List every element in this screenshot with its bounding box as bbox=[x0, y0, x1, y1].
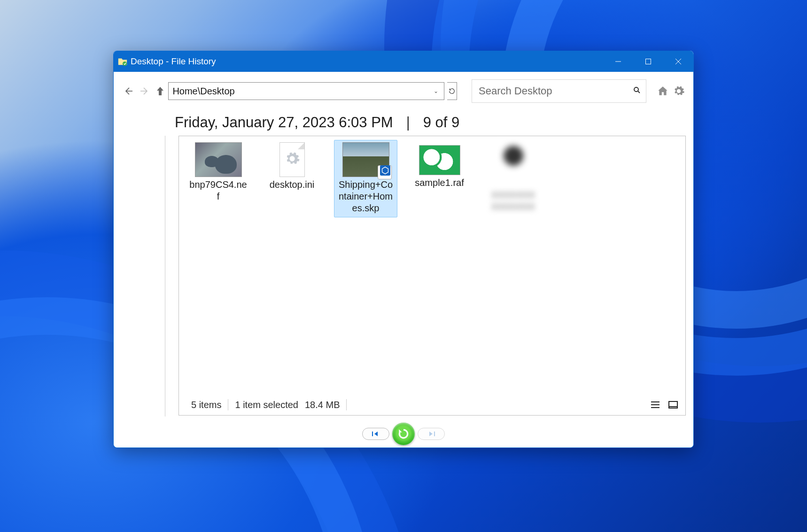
file-label: bnp79CS4.nef bbox=[189, 179, 248, 202]
refresh-button[interactable] bbox=[447, 82, 457, 100]
svg-rect-2 bbox=[646, 59, 651, 64]
titlebar: Desktop - File History bbox=[114, 51, 693, 72]
toolbar: Home\Desktop ⌄ Search Desktop bbox=[114, 76, 693, 107]
image-thumbnail-icon bbox=[195, 142, 242, 177]
file-pane: bnp79CS4.nef desktop.ini Shipping+Contai… bbox=[178, 136, 686, 416]
up-button[interactable] bbox=[156, 86, 164, 96]
skp-thumbnail-icon bbox=[342, 142, 389, 177]
address-bar[interactable]: Home\Desktop ⌄ bbox=[168, 82, 444, 100]
svg-line-8 bbox=[638, 91, 640, 93]
item-count: 5 items bbox=[185, 400, 228, 410]
file-item[interactable]: sample1.raf bbox=[408, 140, 471, 192]
back-button[interactable] bbox=[121, 83, 135, 99]
svg-rect-15 bbox=[372, 432, 373, 436]
file-label: desktop.ini bbox=[270, 179, 315, 191]
svg-rect-16 bbox=[434, 432, 435, 436]
file-label: XXXXXXX XXXXXXX bbox=[484, 189, 543, 213]
icons-view-button[interactable] bbox=[667, 399, 680, 410]
snapshot-position: 9 of 9 bbox=[423, 114, 460, 131]
restore-button[interactable] bbox=[392, 423, 415, 445]
ini-file-icon bbox=[279, 142, 305, 177]
file-item[interactable]: bnp79CS4.nef bbox=[186, 140, 250, 206]
svg-point-0 bbox=[123, 62, 127, 66]
file-label: sample1.raf bbox=[415, 177, 464, 189]
history-nav bbox=[114, 420, 693, 447]
snapshot-heading: Friday, January 27, 2023 6:03 PM | 9 of … bbox=[114, 107, 693, 136]
file-grid[interactable]: bnp79CS4.nef desktop.ini Shipping+Contai… bbox=[179, 136, 685, 394]
minimize-button[interactable] bbox=[603, 51, 633, 72]
window-title: Desktop - File History bbox=[131, 56, 216, 67]
home-icon[interactable] bbox=[656, 84, 670, 98]
desktop-background: Desktop - File History Home\Desktop ⌄ bbox=[0, 0, 807, 532]
svg-point-7 bbox=[634, 87, 638, 92]
address-dropdown-icon[interactable]: ⌄ bbox=[431, 88, 441, 94]
file-item-obscured[interactable]: XXXXXXX XXXXXXX bbox=[481, 140, 545, 216]
forward-button[interactable] bbox=[138, 83, 151, 99]
close-button[interactable] bbox=[663, 51, 693, 72]
file-item-selected[interactable]: Shipping+Container+Homes.skp bbox=[334, 140, 397, 217]
image-thumbnail-icon bbox=[419, 145, 460, 175]
blurred-thumbnail-icon bbox=[494, 142, 533, 187]
left-pane bbox=[121, 136, 165, 416]
file-history-window: Desktop - File History Home\Desktop ⌄ bbox=[113, 51, 694, 448]
address-text: Home\Desktop bbox=[172, 86, 234, 97]
app-icon bbox=[117, 56, 128, 67]
next-version-button[interactable] bbox=[418, 428, 445, 440]
search-placeholder: Search Desktop bbox=[479, 85, 552, 97]
heading-separator: | bbox=[406, 114, 410, 131]
search-box[interactable]: Search Desktop bbox=[472, 79, 646, 103]
selection-count: 1 item selected bbox=[228, 400, 305, 410]
snapshot-timestamp: Friday, January 27, 2023 6:03 PM bbox=[175, 114, 393, 131]
selection-size: 18.4 MB bbox=[305, 400, 346, 410]
search-icon bbox=[633, 85, 641, 97]
file-label: Shipping+Container+Homes.skp bbox=[336, 179, 395, 214]
status-bar: 5 items 1 item selected 18.4 MB bbox=[179, 394, 685, 415]
previous-version-button[interactable] bbox=[362, 428, 389, 440]
details-view-button[interactable] bbox=[649, 399, 662, 410]
gear-icon[interactable] bbox=[672, 84, 686, 98]
file-item[interactable]: desktop.ini bbox=[260, 140, 324, 194]
maximize-button[interactable] bbox=[633, 51, 663, 72]
